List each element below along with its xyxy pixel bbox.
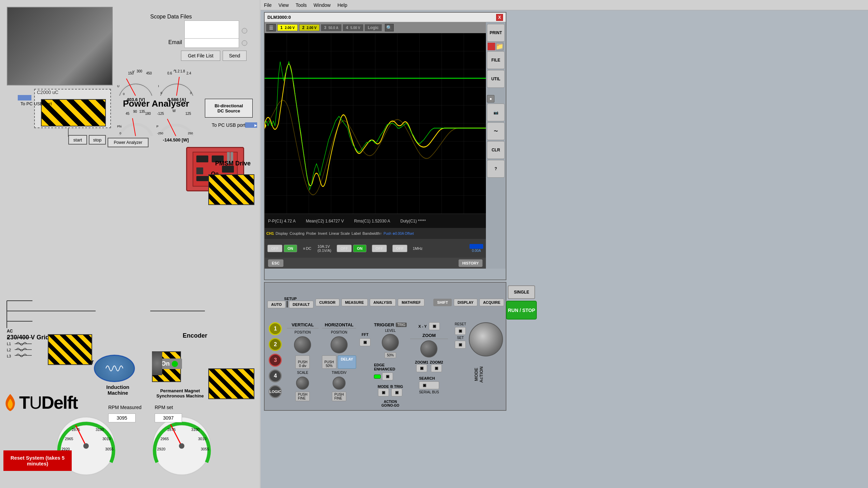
folder-icon[interactable]: 📁 <box>496 43 503 50</box>
cursor-button[interactable]: CURSOR <box>316 299 339 306</box>
ch2-selector[interactable]: 2 2.00 V <box>299 24 320 31</box>
ch2-button[interactable]: 2 <box>269 338 282 351</box>
invert-on-btn[interactable]: ON <box>353 245 366 252</box>
reset-knob-btn[interactable]: ▣ <box>455 327 466 335</box>
measure-button[interactable]: MEASURE <box>341 299 368 306</box>
history-button[interactable]: HISTORY <box>459 259 482 267</box>
zoom2-button[interactable]: ▣ <box>431 364 442 372</box>
main-knob[interactable] <box>469 322 503 356</box>
push-50pct-trig-btn[interactable]: 50% <box>384 352 396 358</box>
camera-button[interactable]: 📷 <box>487 104 505 121</box>
vertical-position-knob[interactable] <box>294 336 311 353</box>
default-button[interactable]: DEFAULT <box>289 301 313 308</box>
menu-view[interactable]: View <box>279 2 289 8</box>
clr-button[interactable]: CLR <box>487 141 505 159</box>
ch4-button[interactable]: 4 <box>269 369 282 382</box>
green-dot-icon[interactable]: ● <box>487 95 494 103</box>
esc-button[interactable]: ESC <box>268 259 283 267</box>
push-fine-h-btn[interactable]: PUSH FINE <box>332 392 346 401</box>
ch3-button[interactable]: 3 <box>269 354 282 367</box>
ch3-selector[interactable]: 3 50.0 A <box>321 24 341 31</box>
ch1-settings-row: OFF ON ≡ DC 10A:1V (0.1V/A) OFF ON <box>265 239 486 258</box>
ch-on-btn[interactable]: ON <box>284 245 297 252</box>
rpm-measured-val-text: 3095 <box>116 415 127 421</box>
svg-text:-125: -125 <box>157 112 164 116</box>
ch4-selector[interactable]: 4 5.00 V <box>343 24 363 31</box>
tu-delft-text: TUDelft <box>19 392 78 413</box>
print-button[interactable]: PRINT <box>487 24 505 42</box>
start-button[interactable]: start <box>68 135 87 145</box>
logic-button[interactable]: LOGIC <box>269 385 282 398</box>
osc-menu-icon[interactable]: ☰ <box>266 24 276 31</box>
svg-text:2920: 2920 <box>157 447 165 451</box>
push-fine-v-btn[interactable]: PUSH FINE <box>295 392 310 401</box>
stop-button[interactable]: stop <box>89 135 106 145</box>
push-0div-btn[interactable]: PUSH 0 div <box>295 355 310 369</box>
pmsm-coupling <box>152 351 162 375</box>
send-button[interactable]: Send <box>223 51 247 61</box>
usb-arrow-left <box>18 95 31 100</box>
shift-button[interactable]: SHIFT <box>433 299 452 306</box>
menu-window[interactable]: Window <box>313 2 331 8</box>
ch1-button[interactable]: 1 <box>269 322 282 335</box>
svg-text:0.6: 0.6 <box>167 71 172 75</box>
osc-close-button[interactable]: X <box>496 14 503 21</box>
analysis-button[interactable]: ANALYSIS <box>370 299 396 306</box>
svg-text:A: A <box>173 69 176 72</box>
svg-point-57 <box>83 443 89 449</box>
menu-help[interactable]: Help <box>337 2 347 8</box>
email-radio[interactable] <box>242 40 247 46</box>
power-analyzer-button[interactable]: Power Analyzer <box>108 138 149 147</box>
file-button[interactable]: FILE <box>487 51 505 69</box>
trigger-level-knob[interactable] <box>382 334 399 351</box>
ch1-selector[interactable]: 1 2.00 V <box>277 24 298 31</box>
horizontal-position-knob[interactable] <box>331 336 348 353</box>
get-file-button[interactable]: Get File List <box>181 51 220 61</box>
zoom1-zoom2-row: ZOOM1 ▣ ZOOM2 ▣ <box>415 360 443 372</box>
rpm-set-value[interactable]: 3097 <box>155 414 182 422</box>
email-input[interactable] <box>184 38 239 48</box>
ch-off-btn[interactable]: OFF <box>267 245 282 252</box>
dc-source-label: Bi-directional DC Source <box>214 103 243 113</box>
time-div-knob[interactable] <box>333 377 346 390</box>
im-label: Induction Machine <box>96 384 140 396</box>
zoom-knob[interactable] <box>420 340 437 357</box>
reset-button[interactable]: Reset System (takes 5 minutes) <box>3 450 72 471</box>
single-button[interactable]: SINGLE <box>508 285 535 299</box>
zoom-section: X - Y ▣ ZOOM ZOOM1 ▣ ZOOM2 ▣ SEARCH <box>410 322 448 394</box>
pmsm-drive-label: PMSM Drive <box>215 160 251 167</box>
spacer1 <box>487 89 505 94</box>
linear-off-btn[interactable]: OFF <box>372 245 387 252</box>
auto-button[interactable]: AUTO <box>267 301 285 308</box>
menu-file[interactable]: File <box>264 2 272 8</box>
logic-selector[interactable]: Logic <box>365 24 382 31</box>
fft-button[interactable]: ▣ <box>360 338 370 346</box>
mode-button[interactable]: ▣ <box>378 389 389 396</box>
menu-tools[interactable]: Tools <box>296 2 307 8</box>
voltage-gauge: 150 300 450 V 0 U 403.6 [V] <box>116 68 155 103</box>
question-button[interactable]: ? <box>487 160 505 178</box>
x-y-button[interactable]: ▣ <box>429 322 440 330</box>
display-ctrl-button[interactable]: DISPLAY <box>454 299 477 306</box>
util-button[interactable]: UTIL <box>487 70 505 88</box>
zoom1-button[interactable]: ▣ <box>416 364 427 372</box>
scope-radio[interactable] <box>242 28 247 33</box>
run-stop-button[interactable]: RUN / STOP <box>506 301 537 320</box>
invert-off-btn[interactable]: OFF <box>337 245 352 252</box>
delay-btn[interactable]: DELAY <box>338 355 356 369</box>
vertical-scale-knob[interactable] <box>296 377 309 390</box>
acquire-button[interactable]: ACQUIRE <box>479 299 504 306</box>
edge-btn[interactable]: ▣ <box>382 372 393 380</box>
osc-channel-bar: ☰ 1 2.00 V 2 2.00 V 3 50.0 A 4 <box>265 22 486 33</box>
osc-zoom-icon[interactable]: 🔍 <box>385 24 394 31</box>
b-trig-button[interactable]: ▣ <box>391 389 402 396</box>
serial-bus-label: SERIAL BUS <box>419 390 439 394</box>
push-50pct-btn[interactable]: PUSH 50% <box>322 355 336 369</box>
set-knob-btn[interactable]: ▣ <box>455 341 466 349</box>
wave-button[interactable]: 〜 <box>487 122 505 140</box>
search-button[interactable]: ▣ <box>419 381 439 389</box>
rec-icon[interactable] <box>488 43 495 50</box>
label-off-btn[interactable]: OFF <box>392 245 407 252</box>
math-ref-button[interactable]: MATH/REF <box>398 299 424 306</box>
rpm-gauge-right[interactable]: 2920 3055 2965 3010 2875 3100 <box>150 415 213 478</box>
